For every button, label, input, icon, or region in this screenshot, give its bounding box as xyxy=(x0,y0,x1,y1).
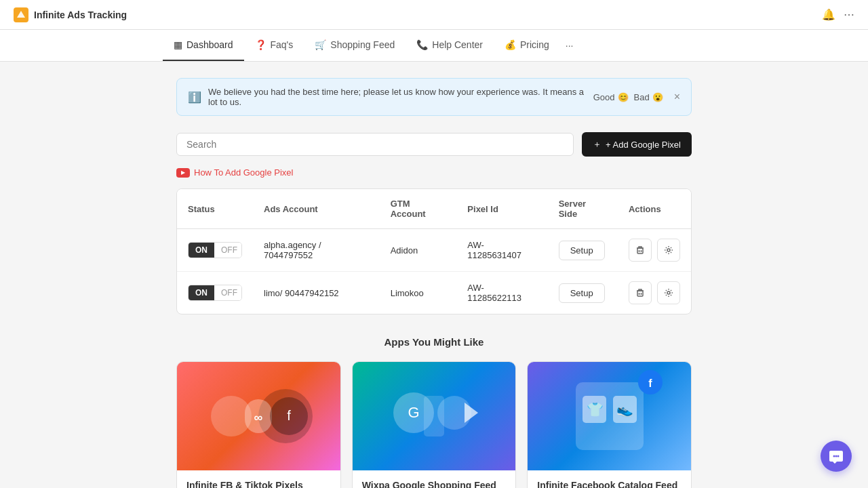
row2-gtm-account: Limokoo xyxy=(380,272,457,314)
row1-ads-account: alpha.agency / 7044797552 xyxy=(253,229,380,272)
table-row: ON OFF limo/ 90447942152 Limokoo AW-1128… xyxy=(177,272,691,314)
how-to-label: How To Add Google Pixel xyxy=(194,167,293,178)
nav-label-faqs: Faq's xyxy=(271,39,294,50)
row2-pixel-id: AW-11285622113 xyxy=(456,272,547,314)
app-card-3: 👕 👟 f Infinite Facebook Catalog Feed Ele… xyxy=(527,361,692,488)
chat-bubble[interactable] xyxy=(821,441,852,472)
setup-button-row1[interactable]: Setup xyxy=(559,241,605,260)
svg-marker-0 xyxy=(17,11,25,18)
how-to-link[interactable]: How To Add Google Pixel xyxy=(176,167,692,178)
settings-button-row2[interactable] xyxy=(657,281,680,304)
plus-icon: ＋ xyxy=(593,138,601,150)
nav-item-shopping-feed[interactable]: 🛒 Shopping Feed xyxy=(304,30,406,61)
bad-feedback[interactable]: Bad 😮 xyxy=(634,92,663,102)
banner-right: Good 😊 Bad 😮 × xyxy=(593,91,680,103)
svg-rect-5 xyxy=(637,291,643,296)
help-center-icon: 📞 xyxy=(416,39,428,50)
header: Infinite Ads Tracking 🔔 ⋯ xyxy=(0,0,868,30)
pricing-icon: 💰 xyxy=(505,39,516,50)
banner-left: ℹ️ We believe you had the best time here… xyxy=(188,87,593,107)
svg-point-8 xyxy=(667,291,670,294)
delete-button-row2[interactable] xyxy=(629,281,652,304)
apps-section-title: Apps You Might Like xyxy=(176,336,692,348)
apps-grid: ∞ f Infinite FB & Tiktok Pixels Easily a… xyxy=(176,361,692,488)
nav-item-help-center[interactable]: 📞 Help Center xyxy=(406,30,494,61)
row1-server-side: Setup xyxy=(548,229,618,272)
nav-label-pricing: Pricing xyxy=(520,39,549,50)
main-content: ℹ️ We believe you had the best time here… xyxy=(163,62,705,488)
app-card-3-title: Infinite Facebook Catalog Feed xyxy=(537,480,682,488)
app-card-1: ∞ f Infinite FB & Tiktok Pixels Easily a… xyxy=(176,361,341,488)
actions-row1 xyxy=(629,239,680,262)
header-left: Infinite Ads Tracking xyxy=(14,7,127,22)
svg-text:👟: 👟 xyxy=(616,401,633,418)
good-feedback[interactable]: Good 😊 xyxy=(593,92,629,102)
dashboard-icon: ▦ xyxy=(174,39,182,50)
row1-actions xyxy=(618,229,691,272)
good-label: Good xyxy=(593,92,615,102)
app-card-1-title: Infinite FB & Tiktok Pixels xyxy=(186,480,331,488)
col-pixel-id: Pixel Id xyxy=(456,189,547,229)
toggle-off-row2[interactable]: OFF xyxy=(214,285,242,300)
nav-item-pricing[interactable]: 💰 Pricing xyxy=(494,30,560,61)
col-ads-account: Ads Account xyxy=(253,189,380,229)
delete-button-row1[interactable] xyxy=(629,239,652,262)
banner-close-button[interactable]: × xyxy=(674,91,680,103)
col-status: Status xyxy=(177,189,253,229)
svg-point-28 xyxy=(835,455,837,458)
app-card-2-title: Wixpa Google Shopping Feed xyxy=(362,480,507,488)
toggle-on-row2[interactable]: ON xyxy=(189,285,214,300)
search-row: ＋ + Add Google Pixel xyxy=(176,132,692,157)
svg-marker-19 xyxy=(465,403,478,423)
row2-status: ON OFF xyxy=(177,272,253,314)
add-google-pixel-button[interactable]: ＋ + Add Google Pixel xyxy=(582,132,692,157)
info-icon: ℹ️ xyxy=(188,91,201,104)
svg-rect-1 xyxy=(637,248,643,253)
toggle-off-row1[interactable]: OFF xyxy=(214,243,242,258)
svg-text:f: f xyxy=(288,408,292,423)
setup-button-row2[interactable]: Setup xyxy=(559,283,605,303)
search-input[interactable] xyxy=(176,133,574,156)
app-card-1-image: ∞ f xyxy=(177,362,340,470)
menu-icon[interactable]: ⋯ xyxy=(844,8,854,21)
svg-point-29 xyxy=(837,455,840,458)
nav-label-shopping-feed: Shopping Feed xyxy=(330,39,395,50)
actions-row2 xyxy=(629,281,680,304)
table-row: ON OFF alpha.agency / 7044797552 Adidon … xyxy=(177,229,691,272)
col-server-side: Server Side xyxy=(548,189,618,229)
row2-server-side: Setup xyxy=(548,272,618,314)
bad-emoji: 😮 xyxy=(652,92,663,102)
app-card-2-body: Wixpa Google Shopping Feed Create produc… xyxy=(353,470,516,488)
table: Status Ads Account GTM Account Pixel Id … xyxy=(177,189,691,314)
row1-gtm-account: Adidon xyxy=(380,229,457,272)
nav-item-dashboard[interactable]: ▦ Dashboard xyxy=(163,30,244,61)
app-card-1-body: Infinite FB & Tiktok Pixels Easily add m… xyxy=(177,470,340,488)
app-card-2: G Wixpa Google Shopping Feed Create prod… xyxy=(352,361,517,488)
app-logo xyxy=(14,7,28,22)
nav-label-dashboard: Dashboard xyxy=(186,39,233,50)
pixels-table: Status Ads Account GTM Account Pixel Id … xyxy=(176,188,692,314)
notification-icon[interactable]: 🔔 xyxy=(822,8,835,21)
header-actions: 🔔 ⋯ xyxy=(822,8,854,21)
svg-point-4 xyxy=(667,249,670,251)
apps-section: Apps You Might Like ∞ f Infinite FB & Ti… xyxy=(176,336,692,488)
youtube-icon xyxy=(176,168,190,178)
toggle-row2[interactable]: ON OFF xyxy=(188,285,242,301)
row1-status: ON OFF xyxy=(177,229,253,272)
toggle-row1[interactable]: ON OFF xyxy=(188,242,242,258)
add-btn-label: + Add Google Pixel xyxy=(606,140,681,150)
banner-text: We believe you had the best time here; p… xyxy=(208,87,593,107)
row1-pixel-id: AW-11285631407 xyxy=(456,229,547,272)
nav-more-button[interactable]: ··· xyxy=(560,30,579,60)
toggle-on-row1[interactable]: ON xyxy=(189,243,214,258)
col-gtm-account: GTM Account xyxy=(380,189,457,229)
svg-point-27 xyxy=(833,455,835,458)
nav-item-faqs[interactable]: ❓ Faq's xyxy=(244,30,304,61)
svg-text:G: G xyxy=(408,404,419,421)
row2-actions xyxy=(618,272,691,314)
faqs-icon: ❓ xyxy=(255,39,267,50)
col-actions: Actions xyxy=(618,189,691,229)
settings-button-row1[interactable] xyxy=(657,239,680,262)
bad-label: Bad xyxy=(634,92,650,102)
app-card-3-body: Infinite Facebook Catalog Feed Elevate y… xyxy=(528,470,691,488)
